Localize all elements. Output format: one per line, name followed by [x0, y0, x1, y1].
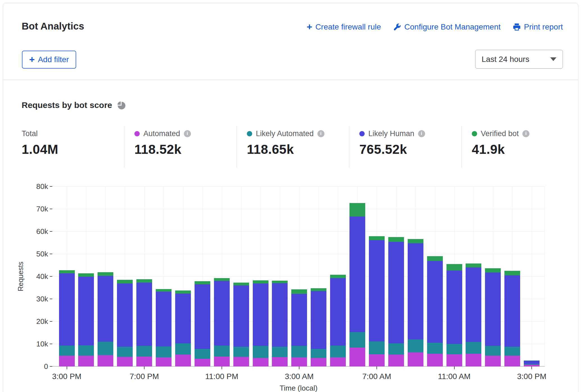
bar-segment[interactable] [388, 343, 404, 355]
bar-segment[interactable] [78, 356, 94, 366]
bar-segment[interactable] [136, 283, 152, 346]
bar-segment[interactable] [253, 358, 269, 366]
bar-segment[interactable] [98, 342, 113, 355]
bar-segment[interactable] [311, 288, 326, 291]
bar-segment[interactable] [117, 357, 133, 366]
bar-segment[interactable] [253, 346, 269, 358]
bar-segment[interactable] [330, 278, 346, 345]
print-report-link[interactable]: Print report [513, 22, 563, 31]
bar-segment[interactable] [504, 356, 520, 366]
bar-segment[interactable] [388, 242, 404, 344]
bar-segment[interactable] [272, 347, 288, 357]
bar-segment[interactable] [466, 263, 481, 267]
bar-segment[interactable] [446, 271, 462, 344]
bar-segment[interactable] [272, 283, 288, 347]
bar-segment[interactable] [136, 346, 152, 357]
bar-segment[interactable] [156, 346, 172, 357]
bar-segment[interactable] [59, 273, 75, 346]
bar-segment[interactable] [408, 239, 423, 243]
bar-segment[interactable] [156, 292, 172, 346]
bar-segment[interactable] [98, 355, 113, 366]
info-icon[interactable]: i [522, 130, 529, 137]
bar-segment[interactable] [485, 346, 501, 355]
bar-segment[interactable] [408, 352, 423, 366]
configure-bot-management-link[interactable]: Configure Bot Management [393, 22, 500, 31]
bar-segment[interactable] [195, 284, 210, 349]
bar-segment[interactable] [253, 280, 269, 283]
bar-segment[interactable] [388, 237, 404, 242]
bar-segment[interactable] [59, 270, 75, 273]
bar-segment[interactable] [78, 277, 94, 345]
stat-likely-automated[interactable]: Likely Automated i 118.65k [247, 129, 324, 157]
bar-segment[interactable] [233, 347, 249, 357]
bar-segment[interactable] [253, 283, 269, 346]
bar-segment[interactable] [175, 355, 191, 366]
bar-segment[interactable] [330, 275, 346, 278]
bar-segment[interactable] [369, 354, 385, 366]
bar-segment[interactable] [175, 343, 191, 355]
bar-segment[interactable] [485, 356, 501, 366]
info-icon[interactable]: i [418, 130, 425, 137]
bar-segment[interactable] [214, 278, 230, 281]
bar-segment[interactable] [427, 256, 443, 261]
bar-segment[interactable] [504, 275, 520, 347]
info-icon[interactable]: i [184, 130, 191, 137]
bar-segment[interactable] [311, 358, 326, 366]
bar-segment[interactable] [311, 349, 326, 358]
bar-segment[interactable] [233, 285, 249, 347]
bar-segment[interactable] [524, 361, 540, 361]
bar-segment[interactable] [117, 347, 133, 357]
bar-segment[interactable] [291, 289, 307, 294]
bar-segment[interactable] [427, 343, 443, 354]
bar-segment[interactable] [408, 243, 423, 339]
bar-segment[interactable] [388, 355, 404, 366]
bar-segment[interactable] [349, 203, 365, 217]
bar-segment[interactable] [175, 294, 191, 344]
bar-segment[interactable] [408, 339, 423, 352]
bar-segment[interactable] [524, 364, 540, 364]
bar-segment[interactable] [214, 346, 230, 356]
bar-segment[interactable] [272, 357, 288, 366]
bar-segment[interactable] [291, 357, 307, 366]
bar-segment[interactable] [446, 344, 462, 354]
bar-segment[interactable] [136, 357, 152, 366]
bar-segment[interactable] [311, 291, 326, 349]
bar-segment[interactable] [136, 279, 152, 283]
bar-segment[interactable] [349, 332, 365, 348]
bar-segment[interactable] [78, 273, 94, 277]
bar-segment[interactable] [369, 236, 385, 240]
bar-segment[interactable] [349, 217, 365, 332]
bar-segment[interactable] [466, 354, 481, 366]
bar-segment[interactable] [466, 267, 481, 342]
bar-segment[interactable] [59, 346, 75, 356]
bar-segment[interactable] [214, 357, 230, 366]
bar-segment[interactable] [156, 289, 172, 292]
bar-segment[interactable] [446, 264, 462, 271]
bar-segment[interactable] [117, 280, 133, 283]
bar-segment[interactable] [466, 342, 481, 354]
add-filter-button[interactable]: + Add filter [22, 51, 76, 69]
time-range-dropdown[interactable]: Last 24 hours [475, 50, 563, 69]
bar-segment[interactable] [349, 348, 365, 366]
bar-segment[interactable] [427, 261, 443, 343]
bar-segment[interactable] [117, 283, 133, 347]
bar-segment[interactable] [233, 357, 249, 366]
bar-segment[interactable] [369, 240, 385, 341]
create-firewall-rule-link[interactable]: + Create firewall rule [307, 22, 381, 32]
bar-segment[interactable] [485, 268, 501, 272]
bar-segment[interactable] [291, 294, 307, 346]
bar-segment[interactable] [78, 345, 94, 356]
bar-segment[interactable] [524, 361, 540, 364]
bar-segment[interactable] [504, 347, 520, 355]
bar-segment[interactable] [98, 272, 113, 276]
bar-segment[interactable] [427, 354, 443, 366]
bar-segment[interactable] [272, 281, 288, 283]
bar-segment[interactable] [59, 356, 75, 366]
bar-segment[interactable] [485, 272, 501, 346]
bar-segment[interactable] [446, 354, 462, 366]
bar-segment[interactable] [504, 271, 520, 275]
bar-segment[interactable] [98, 276, 113, 342]
bar-segment[interactable] [195, 281, 210, 284]
bar-segment[interactable] [233, 283, 249, 285]
bar-segment[interactable] [291, 346, 307, 357]
